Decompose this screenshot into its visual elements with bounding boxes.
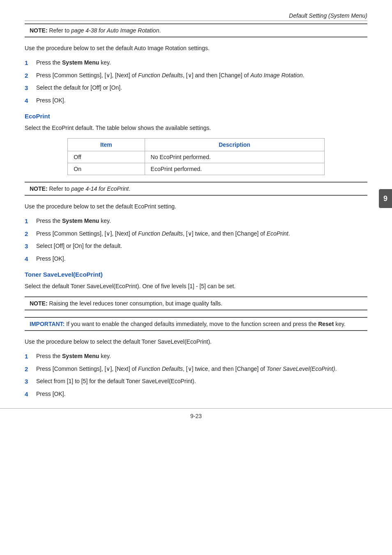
step3-content-1: Press the System Menu key. <box>36 352 367 361</box>
page-number: 9-23 <box>0 408 392 419</box>
step-num-3: 3 <box>25 83 36 93</box>
intro1: Use the procedure below to set the defau… <box>25 44 367 53</box>
step2-content-1: Press the System Menu key. <box>36 217 367 226</box>
note1-label: NOTE: <box>30 27 48 34</box>
toner-intro: Select the default Toner SaveLevel(EcoPr… <box>25 282 367 291</box>
note3-text: Raising the level reduces toner consumpt… <box>49 300 222 307</box>
intro2: Use the procedure below to set the defau… <box>25 202 367 211</box>
table-cell-on-desc: EcoPrint performed. <box>145 163 324 175</box>
step-3-1: 1 Press the System Menu key. <box>25 352 367 361</box>
note-box-1: NOTE: Refer to page 4-38 for Auto Image … <box>25 23 367 37</box>
step-2-2: 2 Press [Common Settings], [∨], [Next] o… <box>25 229 367 239</box>
step3-content-4: Press [OK]. <box>36 390 367 399</box>
step3-num-4: 4 <box>25 390 36 399</box>
step-num-2: 2 <box>25 71 36 81</box>
important-label: IMPORTANT: <box>30 321 65 327</box>
step2-num-2: 2 <box>25 229 36 239</box>
tab-9: 9 <box>379 189 392 208</box>
steps-list-1: 1 Press the System Menu key. 2 Press [Co… <box>25 58 367 105</box>
step-1-4: 4 Press [OK]. <box>25 96 367 106</box>
note1-text: Refer to <box>49 27 71 34</box>
step3-num-3: 3 <box>25 377 36 386</box>
note3-label: NOTE: <box>30 300 48 307</box>
table-cell-on-item: On <box>68 163 145 175</box>
note-box-2: NOTE: Refer to page 4-14 for EcoPrint. <box>25 182 367 196</box>
ecoprint-intro: Select the EcoPrint default. The table b… <box>25 124 367 132</box>
note2-label: NOTE: <box>30 185 48 192</box>
step2-content-2: Press [Common Settings], [∨], [Next] of … <box>36 229 367 239</box>
step2-num-3: 3 <box>25 242 36 251</box>
ecoprint-table: Item Description Off No EcoPrint perform… <box>67 138 325 175</box>
important-text: If you want to enable the changed defaul… <box>66 321 318 327</box>
step3-content-3: Select from [1] to [5] for the default T… <box>36 377 367 386</box>
step2-italic2: Auto Image Rotation <box>250 72 303 79</box>
step-2-4: 4 Press [OK]. <box>25 254 367 264</box>
step3-num-2: 2 <box>25 365 36 374</box>
s2step2-italic2: EcoPrint <box>267 230 288 237</box>
step-2-3: 3 Select [Off] or [On] for the default. <box>25 242 367 251</box>
intro3: Use the procedure below to select the de… <box>25 338 367 346</box>
table-cell-off-desc: No EcoPrint performed. <box>145 151 324 163</box>
step-content-2: Press [Common Settings], [∨], [Next] of … <box>36 71 367 81</box>
step1-bold: System Menu <box>62 59 99 66</box>
important-bold: Reset <box>318 321 334 327</box>
step-content-4: Press [OK]. <box>36 96 367 106</box>
step-3-4: 4 Press [OK]. <box>25 390 367 399</box>
s3step1-bold: System Menu <box>62 353 99 359</box>
note2-end: . <box>129 185 130 192</box>
header-title: Default Setting (System Menu) <box>25 12 367 19</box>
toner-heading: Toner SaveLevel(EcoPrint) <box>25 271 367 278</box>
note1-link: page 4-38 for Auto Image Rotation <box>71 27 159 34</box>
steps-list-3: 1 Press the System Menu key. 2 Press [Co… <box>25 352 367 399</box>
step-3-2: 2 Press [Common Settings], [∨], [Next] o… <box>25 365 367 374</box>
important-box: IMPORTANT: If you want to enable the cha… <box>25 317 367 331</box>
step-2-1: 1 Press the System Menu key. <box>25 217 367 226</box>
note-box-3: NOTE: Raising the level reduces toner co… <box>25 296 367 310</box>
table-cell-off-item: Off <box>68 151 145 163</box>
step2-italic1: Function Defaults <box>138 72 183 79</box>
step2-content-3: Select [Off] or [On] for the default. <box>36 242 367 251</box>
step3-num-1: 1 <box>25 352 36 361</box>
step3-content-2: Press [Common Settings], [∨], [Next] of … <box>36 365 367 374</box>
page: Default Setting (System Menu) NOTE: Refe… <box>0 0 392 431</box>
step-num-4: 4 <box>25 96 36 106</box>
s3step2-italic2: Toner SaveLevel(EcoPrint) <box>267 365 335 372</box>
step-content-1: Press the System Menu key. <box>36 58 367 68</box>
table-header-row: Item Description <box>68 139 325 151</box>
important-text-after: key. <box>334 321 346 327</box>
step-num-1: 1 <box>25 58 36 68</box>
step-1-3: 3 Select the default for [Off] or [On]. <box>25 83 367 93</box>
step2-content-4: Press [OK]. <box>36 254 367 264</box>
ecoprint-heading: EcoPrint <box>25 113 367 120</box>
step-1-2: 2 Press [Common Settings], [∨], [Next] o… <box>25 71 367 81</box>
table-header-description: Description <box>145 139 324 151</box>
s3step2-italic1: Function Defaults <box>138 365 183 372</box>
steps-list-2: 1 Press the System Menu key. 2 Press [Co… <box>25 217 367 264</box>
s2step2-italic1: Function Defaults <box>138 230 183 237</box>
table-header-item: Item <box>68 139 145 151</box>
note2-text: Refer to <box>49 185 71 192</box>
step-1-1: 1 Press the System Menu key. <box>25 58 367 68</box>
note2-link: page 4-14 for EcoPrint <box>71 185 129 192</box>
step2-num-4: 4 <box>25 254 36 264</box>
note1-end: . <box>159 27 161 34</box>
s2step1-bold: System Menu <box>62 217 99 224</box>
step-content-3: Select the default for [Off] or [On]. <box>36 83 367 93</box>
table-row: On EcoPrint performed. <box>68 163 325 175</box>
step-3-3: 3 Select from [1] to [5] for the default… <box>25 377 367 386</box>
table-row: Off No EcoPrint performed. <box>68 151 325 163</box>
header-rule <box>25 21 367 21</box>
step2-num-1: 1 <box>25 217 36 226</box>
